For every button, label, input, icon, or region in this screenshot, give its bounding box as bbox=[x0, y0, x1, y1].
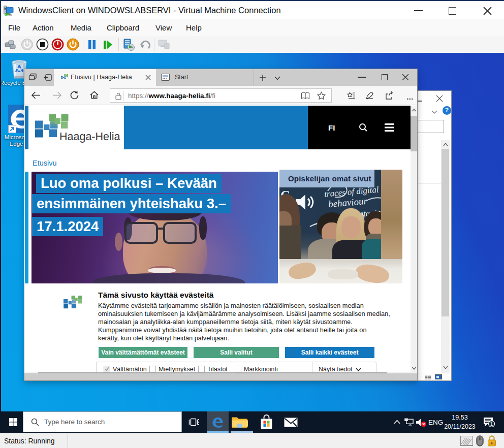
svg-text:1: 1 bbox=[490, 421, 493, 427]
